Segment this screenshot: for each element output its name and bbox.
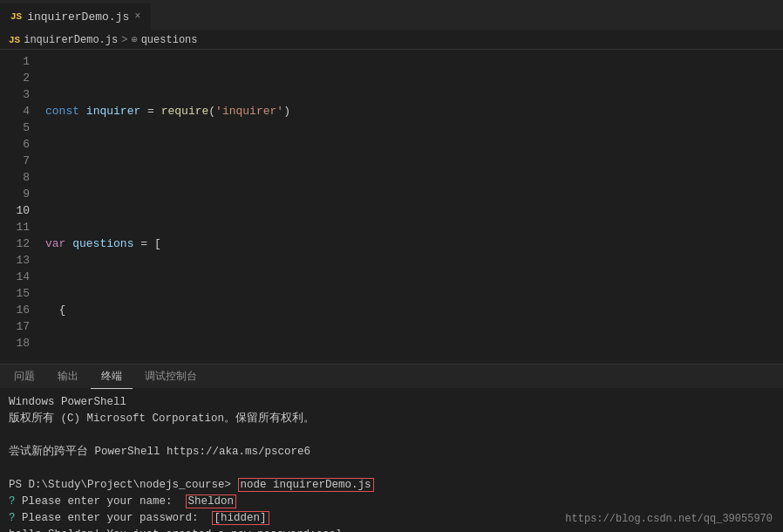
password-input-value: [hidden]	[212, 511, 269, 525]
ln-14: 14	[0, 269, 30, 285]
ln-7: 7	[0, 153, 30, 169]
tab-terminal[interactable]: 终端	[91, 365, 133, 389]
prompt-icon-1: ?	[9, 495, 16, 508]
ln-10: 10	[0, 202, 30, 219]
code-editor[interactable]: 1 2 3 4 5 6 7 8 9 10 11 12 13 14 15 16 1…	[0, 50, 783, 364]
code-line-2	[38, 169, 783, 186]
ln-6: 6	[0, 136, 30, 153]
code-content[interactable]: const inquirer = require('inquirer') var…	[38, 50, 783, 364]
tab-debug[interactable]: 调试控制台	[134, 365, 208, 389]
terminal-line-2: 版权所有 (C) Microsoft Corporation。保留所有权利。	[9, 411, 774, 427]
terminal-line-1: Windows PowerShell	[9, 394, 774, 411]
ln-1: 1	[0, 53, 30, 70]
terminal-content[interactable]: Windows PowerShell 版权所有 (C) Microsoft Co…	[0, 389, 783, 532]
terminal-line-4: 尝试新的跨平台 PowerShell https://aka.ms/pscore…	[9, 444, 774, 460]
code-line-3: var questions = [	[38, 235, 783, 252]
ln-11: 11	[0, 219, 30, 235]
terminal-line-3	[9, 427, 774, 444]
code-line-1: const inquirer = require('inquirer')	[38, 103, 783, 119]
breadcrumb: JS inquirerDemo.js > ⊕ questions	[0, 31, 783, 50]
js-icon: JS	[10, 11, 22, 22]
tab-output-label: 输出	[58, 369, 78, 384]
ln-13: 13	[0, 252, 30, 269]
breadcrumb-section: questions	[141, 34, 198, 46]
breadcrumb-section-icon: ⊕	[131, 33, 137, 46]
ln-4: 4	[0, 103, 30, 119]
tab-filename: inquirerDemo.js	[27, 10, 129, 24]
line-numbers: 1 2 3 4 5 6 7 8 9 10 11 12 13 14 15 16 1…	[0, 50, 38, 364]
tab-problems[interactable]: 问题	[3, 365, 45, 389]
name-input-value: Sheldon	[186, 494, 237, 508]
ln-18: 18	[0, 335, 30, 351]
tab-debug-label: 调试控制台	[145, 369, 197, 384]
breadcrumb-sep: >	[121, 34, 127, 46]
ln-12: 12	[0, 235, 30, 252]
file-tab[interactable]: JS inquirerDemo.js ×	[0, 3, 152, 30]
ln-8: 8	[0, 169, 30, 186]
ln-3: 3	[0, 86, 30, 103]
ln-15: 15	[0, 285, 30, 302]
terminal-line-6: PS D:\Study\Project\nodejs_course> node …	[9, 477, 774, 494]
code-line-4: {	[38, 302, 783, 318]
ln-16: 16	[0, 302, 30, 318]
tab-close-button[interactable]: ×	[134, 10, 140, 23]
tab-bar: JS inquirerDemo.js ×	[0, 0, 783, 31]
ln-17: 17	[0, 318, 30, 335]
panel-tab-bar: 问题 输出 终端 调试控制台	[0, 365, 783, 389]
command-highlight: node inquirerDemo.js	[238, 478, 374, 492]
ln-2: 2	[0, 70, 30, 86]
blog-url: https://blog.csdn.net/qq_39055970	[565, 513, 773, 525]
terminal-line-9: hello Sheldon! You just created a new pa…	[9, 527, 774, 532]
tab-problems-label: 问题	[14, 369, 35, 384]
tab-terminal-label: 终端	[101, 369, 122, 384]
panel: 问题 输出 终端 调试控制台 Windows PowerShell 版权所有 (…	[0, 364, 783, 532]
terminal-line-5	[9, 460, 774, 477]
prompt-icon-2: ?	[9, 512, 16, 524]
breadcrumb-file: inquirerDemo.js	[24, 34, 118, 46]
ln-9: 9	[0, 186, 30, 202]
terminal-line-7: ? Please enter your name: Sheldon	[9, 494, 774, 510]
tab-output[interactable]: 输出	[47, 365, 89, 389]
ln-5: 5	[0, 119, 30, 136]
editor-window: JS inquirerDemo.js × JS inquirerDemo.js …	[0, 0, 783, 532]
breadcrumb-js-icon: JS	[9, 35, 20, 45]
